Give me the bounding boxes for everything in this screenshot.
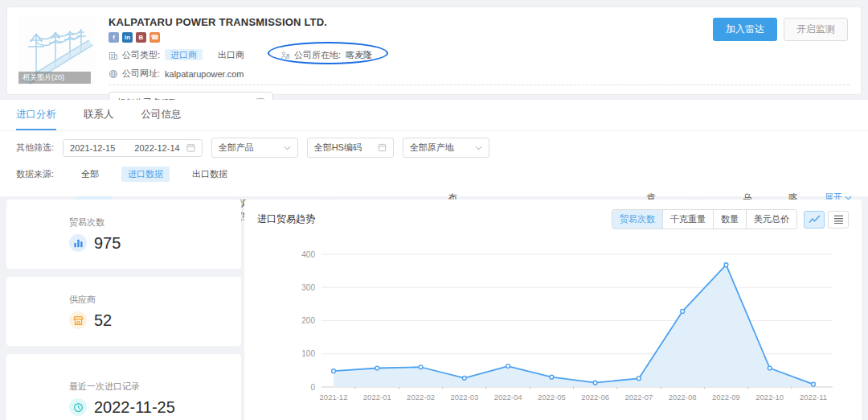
- website-row: 公司网址: kalpatarupower.com: [108, 68, 850, 80]
- building-icon: [108, 51, 118, 60]
- stat-value-row: 52: [69, 311, 241, 330]
- company-type-tags: 进口商出口商: [165, 49, 260, 61]
- svg-text:0: 0: [310, 383, 315, 392]
- company-type-row: 公司类型: 进口商出口商 公司所在地: 喀麦隆: [108, 47, 850, 63]
- svg-text:400: 400: [301, 250, 315, 259]
- linkedin-icon[interactable]: in: [122, 32, 133, 43]
- facebook-icon[interactable]: f: [108, 32, 119, 43]
- origin-select[interactable]: 全部原产地: [403, 138, 489, 158]
- hs-code-select[interactable]: 全部HS编码: [307, 138, 394, 158]
- svg-text:2022-05: 2022-05: [538, 393, 566, 401]
- location-label: 公司所在地:: [294, 49, 341, 61]
- svg-text:300: 300: [301, 283, 315, 292]
- svg-text:2022-01: 2022-01: [363, 393, 391, 401]
- company-type-tag[interactable]: 进口商: [165, 49, 203, 60]
- stats-column: 贸易次数975供应商52最近一次进口记录2022-11-25: [6, 200, 241, 420]
- stat-card: 最近一次进口记录2022-11-25: [6, 354, 241, 420]
- bar-chart-icon: [69, 234, 87, 252]
- chevron-down-icon: [475, 146, 482, 150]
- svg-text:2022-06: 2022-06: [581, 393, 609, 401]
- company-image[interactable]: 相关图片(20): [18, 16, 96, 85]
- stat-card: 供应商52: [6, 277, 241, 346]
- company-type-label: 公司类型:: [122, 49, 160, 61]
- other-filter-label: 其他筛选:: [16, 142, 54, 154]
- metric-button[interactable]: 数量: [713, 210, 746, 229]
- divider: [108, 84, 850, 85]
- metric-button[interactable]: 贸易次数: [612, 210, 662, 229]
- chart-header: 进口贸易趋势 贸易次数千克重量数量美元总价: [257, 209, 849, 229]
- website-label: 公司网址:: [122, 68, 160, 80]
- line-chart-icon[interactable]: [804, 211, 825, 229]
- svg-text:2022-04: 2022-04: [494, 393, 522, 401]
- date-start: 2021-12-15: [70, 143, 115, 153]
- svg-text:2022-07: 2022-07: [624, 393, 653, 401]
- chart-title: 进口贸易趋势: [257, 212, 315, 226]
- date-range-picker[interactable]: 2021-12-15 2022-12-14: [63, 139, 203, 157]
- svg-text:2022-09: 2022-09: [712, 393, 740, 401]
- header-actions: 加入雷达开启监测: [713, 18, 848, 41]
- svg-text:200: 200: [301, 316, 315, 325]
- tab-进口分析[interactable]: 进口分析: [16, 108, 56, 130]
- stat-label: 供应商: [69, 294, 241, 306]
- location-icon: [280, 51, 290, 60]
- stat-value: 975: [94, 234, 121, 253]
- stat-value: 52: [94, 311, 112, 330]
- product-select[interactable]: 全部产品: [211, 138, 298, 158]
- source-option[interactable]: 全部: [75, 167, 105, 182]
- analysis-band: 进口分析联系人公司信息 其他筛选: 2021-12-15 2022-12-14 …: [0, 100, 868, 196]
- date-end: 2022-12-14: [134, 143, 179, 153]
- metric-toggle-group: 贸易次数千克重量数量美元总价: [612, 209, 797, 229]
- related-images-label[interactable]: 相关图片(20): [18, 72, 91, 84]
- svg-text:2022-11: 2022-11: [800, 393, 827, 401]
- trend-chart-card: 进口贸易趋势 贸易次数千克重量数量美元总价 01002003004002021-…: [244, 200, 862, 420]
- hs-code-value: 全部HS编码: [314, 142, 362, 154]
- clock-icon: [69, 398, 87, 416]
- stat-label: 最近一次进口记录: [69, 381, 241, 393]
- chevron-down-icon: [284, 146, 291, 150]
- filters-row: 其他筛选: 2021-12-15 2022-12-14 全部产品 全部HS编码 …: [0, 131, 868, 163]
- stat-value-row: 975: [69, 234, 241, 253]
- shop-icon: [69, 311, 87, 329]
- company-type-tag[interactable]: 出口商: [212, 49, 250, 60]
- start-monitor-button[interactable]: 开启监测: [784, 18, 848, 41]
- origin-value: 全部原产地: [410, 142, 454, 154]
- location-group: 公司所在地: 喀麦隆: [280, 47, 372, 63]
- view-toggle-group: [804, 211, 849, 229]
- svg-text:2022-08: 2022-08: [669, 393, 697, 401]
- tabs-row: 进口分析联系人公司信息: [0, 100, 868, 131]
- blog-icon[interactable]: B: [136, 32, 146, 43]
- stat-value: 2022-11-25: [94, 398, 175, 417]
- svg-text:2022-02: 2022-02: [407, 393, 435, 401]
- add-to-radar-button[interactable]: 加入雷达: [713, 18, 777, 41]
- metric-button[interactable]: 美元总价: [746, 210, 796, 229]
- globe-icon: [108, 69, 118, 79]
- company-header-card: 相关图片(20) KALPATARU POWER TRANSMISSION LT…: [6, 6, 862, 95]
- tab-联系人[interactable]: 联系人: [84, 108, 114, 130]
- svg-text:2021-12: 2021-12: [320, 393, 348, 401]
- trend-line-chart[interactable]: 01002003004002021-122022-012022-022022-0…: [257, 236, 850, 420]
- data-source-row: 数据来源: 全部进口数据出口数据: [0, 163, 868, 186]
- data-source-label: 数据来源:: [16, 168, 54, 180]
- source-option[interactable]: 出口数据: [186, 167, 234, 182]
- chart-controls: 贸易次数千克重量数量美元总价: [612, 209, 849, 229]
- metric-button[interactable]: 千克重量: [662, 210, 713, 229]
- website-value[interactable]: kalpatarupower.com: [165, 69, 244, 79]
- stat-value-row: 2022-11-25: [69, 398, 241, 417]
- product-value: 全部产品: [219, 142, 254, 154]
- calendar-icon: [186, 143, 195, 152]
- table-icon[interactable]: [828, 211, 849, 229]
- svg-text:2022-10: 2022-10: [755, 393, 784, 401]
- panel-icon: [378, 143, 387, 152]
- location-value: 喀麦隆: [346, 49, 372, 61]
- svg-text:2022-03: 2022-03: [450, 393, 478, 401]
- svg-text:100: 100: [301, 349, 315, 358]
- stat-card: 贸易次数975: [6, 200, 241, 269]
- stat-label: 贸易次数: [69, 216, 241, 229]
- source-option[interactable]: 进口数据: [121, 167, 170, 182]
- data-source-options: 全部进口数据出口数据: [75, 167, 234, 182]
- phone-icon[interactable]: ☎: [149, 32, 160, 43]
- tab-公司信息[interactable]: 公司信息: [141, 108, 182, 130]
